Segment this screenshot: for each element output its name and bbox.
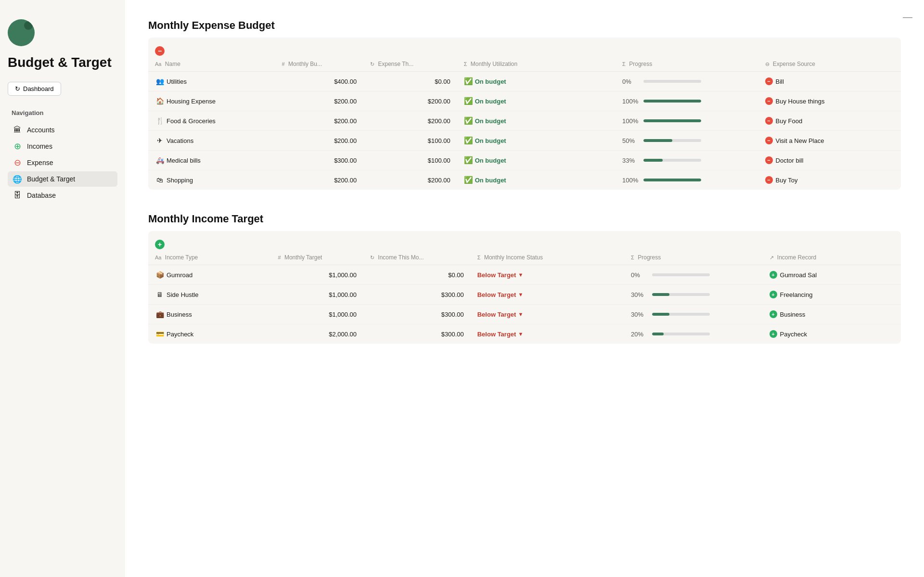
expense-row-budget: $200.00 xyxy=(275,111,364,131)
minus-circle-icon: − xyxy=(765,176,773,184)
expense-table-row: 🚑Medical bills $300.00 $100.00 ✅ On budg… xyxy=(148,151,901,170)
expense-row-icon: ✈ xyxy=(155,136,165,145)
sidebar-item-incomes[interactable]: ⊕ Incomes xyxy=(8,139,117,154)
progress-percent: 100% xyxy=(622,117,640,125)
dashboard-icon: ↻ xyxy=(15,85,20,92)
expense-row-name: 👥Utilities xyxy=(148,72,275,91)
progress-fill xyxy=(643,100,701,103)
expense-row-source: − Buy House things xyxy=(758,91,901,111)
minimize-button[interactable]: — xyxy=(903,12,912,23)
income-row-status: Below Target ▼ xyxy=(471,265,624,285)
income-table-row: 💳Paycheck $2,000.00 $300.00 Below Target… xyxy=(148,324,901,344)
income-row-target: $1,000.00 xyxy=(271,285,363,305)
below-target-badge: Below Target ▼ xyxy=(477,331,524,338)
sidebar: Budget & Target ↻ Dashboard Navigation 🏛… xyxy=(0,0,125,577)
expense-row-progress: 50% xyxy=(616,131,758,151)
expense-row-progress: 33% xyxy=(616,151,758,170)
expense-table-container: − Aa Name # Monthly Bu... ↻ Expense Th..… xyxy=(148,38,901,190)
income-table-container: + Aa Income Type # Monthly Target ↻ Inco… xyxy=(148,231,901,344)
income-row-name: 🖥Side Hustle xyxy=(148,285,271,305)
sidebar-item-budget[interactable]: 🌐 Budget & Target xyxy=(8,171,117,187)
budget-icon: 🌐 xyxy=(13,174,22,184)
income-table-row: 💼Business $1,000.00 $300.00 Below Target… xyxy=(148,305,901,324)
income-progress-track xyxy=(652,293,710,296)
income-row-icon: 📦 xyxy=(155,270,165,280)
below-target-badge: Below Target ▼ xyxy=(477,311,524,318)
col-header-income-record: ↗ Income Record xyxy=(763,250,901,265)
expense-table-row: 🛍Shopping $200.00 $200.00 ✅ On budget 10… xyxy=(148,170,901,190)
expense-row-utilization: ✅ On budget xyxy=(457,111,616,131)
on-budget-badge: ✅ On budget xyxy=(464,97,506,105)
income-row-target: $1,000.00 xyxy=(271,305,363,324)
dashboard-button[interactable]: ↻ Dashboard xyxy=(8,82,61,96)
income-row-icon: 🖥 xyxy=(155,290,165,299)
on-budget-badge: ✅ On budget xyxy=(464,77,506,86)
expense-row-budget: $200.00 xyxy=(275,170,364,190)
checkmark-icon: ✅ xyxy=(464,136,473,145)
income-table-row: 🖥Side Hustle $1,000.00 $300.00 Below Tar… xyxy=(148,285,901,305)
progress-track xyxy=(643,139,701,142)
minus-circle-icon: − xyxy=(765,117,773,125)
sidebar-item-budget-label: Budget & Target xyxy=(27,175,75,183)
incomes-icon: ⊕ xyxy=(13,141,22,151)
plus-circle-icon: + xyxy=(770,310,777,318)
app-title: Budget & Target xyxy=(8,55,117,70)
expense-row-source: − Buy Toy xyxy=(758,170,901,190)
income-expand-icon[interactable]: + xyxy=(155,240,165,249)
expense-row-budget: $200.00 xyxy=(275,91,364,111)
sidebar-item-expense[interactable]: ⊖ Expense xyxy=(8,155,117,170)
nav-title: Navigation xyxy=(8,107,117,118)
triangle-icon: ▼ xyxy=(518,331,523,337)
progress-fill xyxy=(643,179,701,181)
expense-collapse-icon[interactable]: − xyxy=(155,46,165,56)
income-row-name: 💼Business xyxy=(148,305,271,324)
progress-fill xyxy=(643,159,663,162)
expense-section-title: Monthly Expense Budget xyxy=(148,19,901,32)
expense-row-budget: $300.00 xyxy=(275,151,364,170)
income-row-status: Below Target ▼ xyxy=(471,285,624,305)
plus-circle-icon: + xyxy=(770,271,777,279)
source-label: Buy Food xyxy=(776,117,803,125)
expense-row-source: − Bill xyxy=(758,72,901,91)
col-header-income-progress: Σ Progress xyxy=(624,250,762,265)
income-row-name: 📦Gumroad xyxy=(148,265,271,285)
expense-row-expense: $0.00 xyxy=(363,72,457,91)
expense-row-icon: 🛍 xyxy=(155,175,165,185)
income-row-icon: 💳 xyxy=(155,329,165,339)
income-row-record: + Paycheck xyxy=(763,324,901,344)
sidebar-item-incomes-label: Incomes xyxy=(27,142,52,150)
expense-row-utilization: ✅ On budget xyxy=(457,170,616,190)
triangle-icon: ▼ xyxy=(518,272,523,278)
expense-row-icon: 🚑 xyxy=(155,155,165,165)
income-row-income: $300.00 xyxy=(363,285,471,305)
income-row-progress: 0% xyxy=(624,265,762,285)
progress-track xyxy=(643,80,701,83)
progress-track xyxy=(643,119,701,122)
record-label: Freelancing xyxy=(780,291,813,298)
expense-table: Aa Name # Monthly Bu... ↻ Expense Th... … xyxy=(148,57,901,190)
sidebar-item-database[interactable]: 🗄 Database xyxy=(8,188,117,203)
record-label: Business xyxy=(780,311,806,318)
on-budget-badge: ✅ On budget xyxy=(464,156,506,165)
checkmark-icon: ✅ xyxy=(464,156,473,165)
sidebar-item-expense-label: Expense xyxy=(27,159,53,167)
income-row-income: $300.00 xyxy=(363,324,471,344)
on-budget-badge: ✅ On budget xyxy=(464,176,506,184)
income-row-progress: 30% xyxy=(624,305,762,324)
plus-circle-icon: + xyxy=(770,291,777,298)
col-header-utilization: Σ Monthly Utilization xyxy=(457,57,616,72)
triangle-icon: ▼ xyxy=(518,292,523,297)
checkmark-icon: ✅ xyxy=(464,97,473,105)
on-budget-badge: ✅ On budget xyxy=(464,116,506,125)
progress-percent: 100% xyxy=(622,177,640,184)
progress-fill xyxy=(643,119,701,122)
sidebar-item-accounts[interactable]: 🏛 Accounts xyxy=(8,122,117,138)
income-row-record: + Freelancing xyxy=(763,285,901,305)
progress-percent: 100% xyxy=(622,98,640,105)
income-progress-fill xyxy=(652,313,669,316)
income-row-name: 💳Paycheck xyxy=(148,324,271,344)
income-row-progress: 30% xyxy=(624,285,762,305)
record-label: Paycheck xyxy=(780,331,807,338)
income-table: Aa Income Type # Monthly Target ↻ Income… xyxy=(148,250,901,344)
expense-row-name: 🚑Medical bills xyxy=(148,151,275,170)
